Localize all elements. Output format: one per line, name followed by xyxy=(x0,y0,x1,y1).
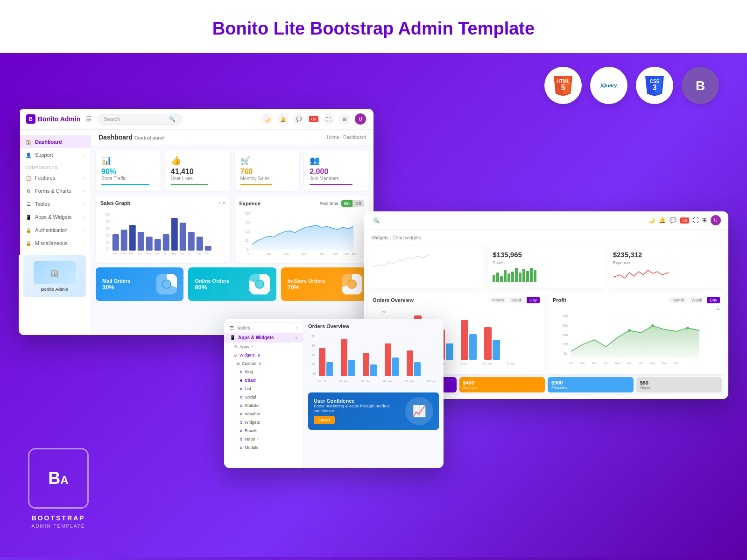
search-box[interactable]: Search 🔍 xyxy=(98,114,182,125)
third-tables-item[interactable]: ☰ Tables › xyxy=(224,322,303,333)
svg-text:500: 500 xyxy=(319,252,324,255)
weather-label: Weather xyxy=(245,412,261,416)
svg-text:20: 20 xyxy=(311,363,315,366)
svg-text:HTML: HTML xyxy=(557,79,570,84)
sidebar-item-features[interactable]: 📋 Features › xyxy=(19,171,91,184)
orders-overview-header: Orders Overview Month Week Day xyxy=(373,297,540,303)
svg-text:25: 25 xyxy=(106,220,110,223)
svg-text:Feb: Feb xyxy=(121,252,126,255)
svg-rect-77 xyxy=(484,327,492,360)
grid-icon-right[interactable]: ⊞ xyxy=(702,217,707,224)
svg-rect-17 xyxy=(121,230,127,251)
search-icon-right[interactable]: 🔍 xyxy=(372,216,381,225)
svg-rect-115 xyxy=(385,343,391,376)
bell-icon-right[interactable]: 🔔 xyxy=(659,217,666,224)
orders-period-tabs: Month Week Day xyxy=(489,297,540,303)
sales-bar xyxy=(240,184,273,185)
avatar-right[interactable]: U xyxy=(711,215,721,225)
bootstrap-logo: BA BOOTSTRAP ADMIN TEMPLATE xyxy=(28,448,89,529)
learn-button[interactable]: Learn xyxy=(314,416,335,424)
svg-text:100: 100 xyxy=(266,252,271,255)
subsub-list[interactable]: List xyxy=(224,385,303,393)
features-icon: 📋 xyxy=(25,175,32,181)
sub-widgets-label: Widgets xyxy=(240,353,255,357)
sub-apps[interactable]: ⊙ Apps › xyxy=(224,343,303,351)
moon-icon-right[interactable]: 🌙 xyxy=(648,217,655,224)
instore-orders-value: 70% xyxy=(288,284,325,291)
svg-text:05.Jan: 05.Jan xyxy=(405,380,414,383)
sidebar-item-misc[interactable]: 🔒 Miscellaneous › xyxy=(19,237,91,250)
subsub-emails[interactable]: Emails xyxy=(224,427,303,435)
profits-mini-bars xyxy=(493,268,599,282)
profit-week-tab[interactable]: Week xyxy=(689,297,705,303)
subsub-statistic[interactable]: Statistic xyxy=(224,401,303,410)
members-label: Join Members xyxy=(310,176,363,181)
sidebar-item-dashboard[interactable]: 🏠 Dashboard xyxy=(19,135,91,148)
sidebar-item-forms[interactable]: ⚙ Forms & Charts › xyxy=(19,184,91,197)
orders-overview-title: Orders Overview xyxy=(373,297,414,303)
subsub-custom[interactable]: Custom ∨ xyxy=(224,359,303,368)
svg-point-59 xyxy=(256,280,263,288)
svg-text:5: 5 xyxy=(561,84,565,91)
chat-icon[interactable]: 💬 xyxy=(293,113,304,125)
svg-text:80k: 80k xyxy=(563,315,568,318)
day-tab[interactable]: Day xyxy=(527,297,540,303)
svg-text:Oct: Oct xyxy=(188,252,193,255)
subsub-social[interactable]: Social xyxy=(224,393,303,401)
svg-rect-22 xyxy=(163,234,169,251)
grid-icon[interactable]: ⊞ xyxy=(339,113,350,125)
week-tab[interactable]: Week xyxy=(508,297,525,303)
subsub-weather[interactable]: Weather xyxy=(224,410,303,418)
close-icon[interactable]: × xyxy=(223,201,225,205)
collapse-icon[interactable]: ^ xyxy=(218,201,221,205)
svg-text:30: 30 xyxy=(311,353,315,357)
profit-day-tab[interactable]: Day xyxy=(707,297,720,303)
tables-arrow-third: › xyxy=(296,326,297,329)
toggle-off[interactable]: Off xyxy=(352,200,364,207)
subsub-chart[interactable]: Chart xyxy=(224,376,303,385)
svg-text:05.Jan: 05.Jan xyxy=(483,362,492,365)
modals-label: Modals xyxy=(245,445,258,450)
auth-arrow: › xyxy=(83,228,84,232)
profit-line-chart: 80k 60k 40k 20k 0k Jan F xyxy=(553,312,720,368)
expand-icon-right[interactable]: ⛶ xyxy=(693,217,698,224)
svg-text:06.Jan: 06.Jan xyxy=(507,362,515,365)
subsub-blog[interactable]: Blog xyxy=(224,368,303,376)
sidebar-item-support[interactable]: 👤 Support › xyxy=(19,148,91,161)
sidebar-support-label: Support xyxy=(35,152,53,158)
sidebar-item-apps[interactable]: 📱 Apps & Widgets › xyxy=(19,210,91,224)
toggle-on[interactable]: On xyxy=(341,200,353,207)
user-avatar[interactable]: U xyxy=(355,113,366,125)
subsub-modals[interactable]: Modals xyxy=(224,443,303,452)
svg-text:40k: 40k xyxy=(563,333,568,336)
auth-icon: 🔒 xyxy=(25,227,32,233)
svg-rect-114 xyxy=(370,364,377,376)
sidebar-item-auth[interactable]: 🔒 Authentication › xyxy=(19,224,91,237)
svg-text:B: B xyxy=(696,78,705,93)
online-orders-pie xyxy=(249,274,270,294)
subsub-maps[interactable]: Maps › xyxy=(224,435,303,443)
hamburger-menu[interactable]: ☰ xyxy=(553,306,720,311)
svg-text:02.Jan: 02.Jan xyxy=(339,380,348,383)
rbc-3-amount: $900 xyxy=(551,380,630,385)
rbc-2-amount: $400 xyxy=(463,380,542,385)
sidebar-item-tables[interactable]: ☰ Tables › xyxy=(19,197,91,210)
hamburger-icon[interactable]: ☰ xyxy=(86,115,92,123)
moon-icon[interactable]: 🌙 xyxy=(261,113,273,125)
bell-icon[interactable]: 🔔 xyxy=(277,113,289,125)
svg-text:600: 600 xyxy=(333,252,338,255)
chart-label: Chart xyxy=(245,378,256,383)
svg-text:60k: 60k xyxy=(563,324,568,327)
chat-icon-right[interactable]: 💬 xyxy=(669,217,677,224)
sub-widgets[interactable]: ⊙ Widgets ∨ xyxy=(224,351,303,359)
subsub-widgets[interactable]: Widgets xyxy=(224,418,303,427)
svg-text:04.Jan: 04.Jan xyxy=(383,380,392,383)
expand-icon[interactable]: ⛶ xyxy=(323,113,334,125)
month-tab[interactable]: Month xyxy=(489,297,507,303)
traffic-value: 90% xyxy=(101,168,155,176)
svg-text:5: 5 xyxy=(106,247,108,250)
profit-month-tab[interactable]: Month xyxy=(669,297,687,303)
right-stats-row: $135,965 Profits xyxy=(368,246,725,288)
svg-text:03.Jan: 03.Jan xyxy=(361,380,370,383)
third-apps-widgets[interactable]: 📱 Apps & Widgets ∨ xyxy=(224,333,303,343)
